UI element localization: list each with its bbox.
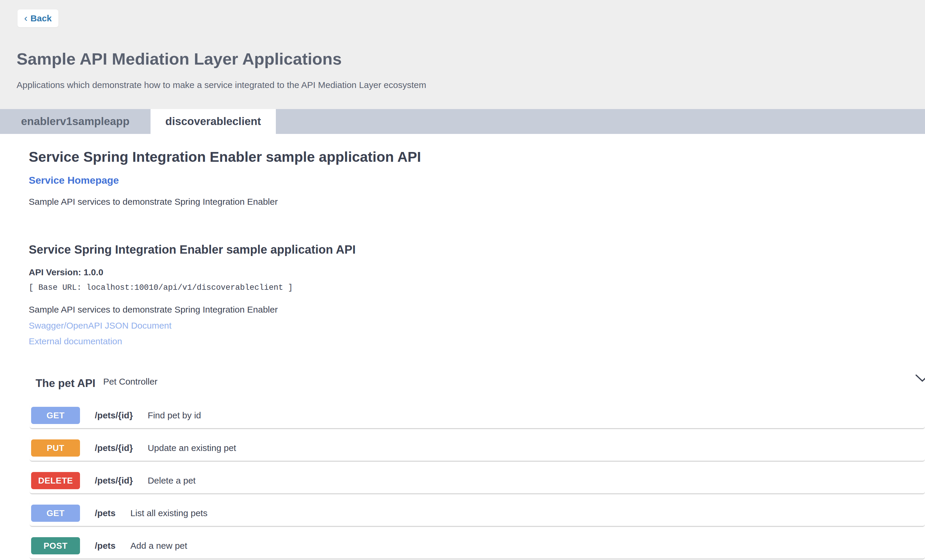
endpoint-path: /pets — [95, 541, 116, 551]
method-badge-get: GET — [31, 504, 80, 522]
service-homepage-link[interactable]: Service Homepage — [29, 175, 119, 186]
endpoint-row-get-pets-id[interactable]: GET /pets/{id} Find pet by id — [30, 403, 925, 429]
endpoint-path: /pets/{id} — [95, 476, 133, 486]
endpoint-row-get-pets[interactable]: GET /pets List all existing pets — [30, 501, 925, 527]
page-header: ‹ Back Sample API Mediation Layer Applic… — [0, 0, 925, 109]
chevron-down-icon[interactable] — [916, 374, 925, 382]
method-badge-get: GET — [31, 407, 80, 424]
endpoint-path: /pets/{id} — [95, 410, 133, 420]
tab-discoverableclient[interactable]: discoverableclient — [151, 109, 276, 134]
endpoint-row-delete-pets-id[interactable]: DELETE /pets/{id} Delete a pet — [30, 468, 925, 494]
external-doc-link[interactable]: External documentation — [29, 336, 122, 347]
page-subtitle: Applications which demonstrate how to ma… — [0, 68, 925, 90]
endpoint-description: Add a new pet — [130, 541, 187, 551]
pet-api-title: The pet API — [36, 377, 95, 390]
service-title: Service Spring Integration Enabler sampl… — [29, 149, 925, 165]
service-tab-bar: enablerv1sampleapp discoverableclient — [0, 109, 925, 134]
endpoint-list: GET /pets/{id} Find pet by id PUT /pets/… — [30, 403, 925, 559]
pet-api-section-header[interactable]: The pet API Pet Controller — [36, 377, 925, 390]
endpoint-description: Find pet by id — [148, 410, 201, 420]
swagger-json-link[interactable]: Swagger/OpenAPI JSON Document — [29, 320, 172, 331]
endpoint-description: List all existing pets — [130, 508, 207, 518]
endpoint-row-put-pets-id[interactable]: PUT /pets/{id} Update an existing pet — [30, 436, 925, 461]
api-version: API Version: 1.0.0 — [29, 267, 925, 278]
service-description: Sample API services to demonstrate Sprin… — [29, 196, 925, 207]
endpoint-path: /pets — [95, 508, 116, 518]
endpoint-path: /pets/{id} — [95, 443, 133, 453]
tab-enablerv1sampleapp[interactable]: enablerv1sampleapp — [0, 109, 151, 134]
endpoint-description: Delete a pet — [148, 476, 196, 486]
method-badge-put: PUT — [31, 440, 80, 456]
page-title: Sample API Mediation Layer Applications — [0, 0, 925, 68]
api-catalog-page: ‹ Back Sample API Mediation Layer Applic… — [0, 0, 925, 560]
back-button-label: Back — [30, 14, 52, 23]
back-button[interactable]: ‹ Back — [18, 9, 58, 27]
api-doc-title: Service Spring Integration Enabler sampl… — [29, 243, 925, 256]
service-detail: Service Spring Integration Enabler sampl… — [0, 149, 925, 559]
endpoint-description: Update an existing pet — [148, 443, 236, 453]
method-badge-post: POST — [31, 537, 80, 554]
endpoint-row-post-pets[interactable]: POST /pets Add a new pet — [30, 534, 925, 559]
pet-api-section: The pet API Pet Controller GET /pets/{id… — [0, 377, 925, 559]
method-badge-delete: DELETE — [31, 472, 80, 489]
api-doc-description: Sample API services to demonstrate Sprin… — [29, 304, 925, 315]
pet-api-subtitle: Pet Controller — [103, 376, 157, 387]
back-chevron-icon: ‹ — [24, 13, 27, 23]
api-base-url: [ Base URL: localhost:10010/api/v1/disco… — [29, 283, 925, 292]
